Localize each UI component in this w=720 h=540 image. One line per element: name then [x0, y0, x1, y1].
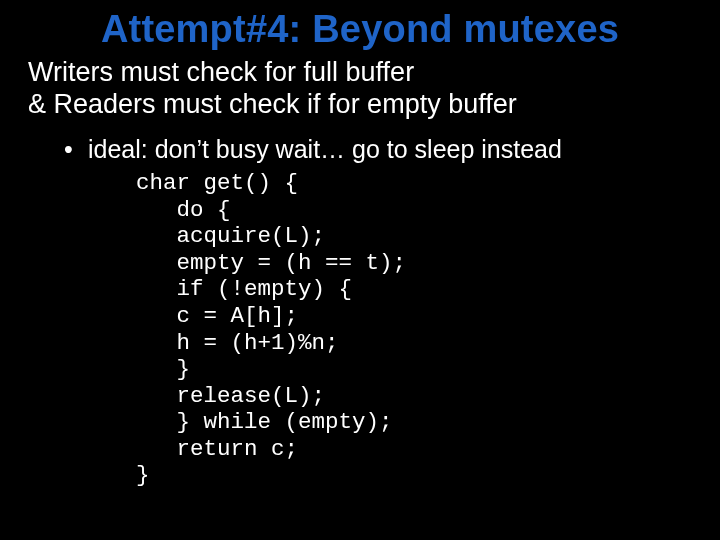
- body-line-2: & Readers must check if for empty buffer: [28, 89, 692, 121]
- bullet-ideal: ideal: don’t busy wait… go to sleep inst…: [28, 135, 692, 165]
- body-line-1: Writers must check for full buffer: [28, 57, 692, 89]
- code-block: char get() { do { acquire(L); empty = (h…: [28, 170, 692, 489]
- slide-body: Writers must check for full buffer & Rea…: [0, 51, 720, 489]
- slide-title: Attempt#4: Beyond mutexes: [0, 0, 720, 51]
- slide: Attempt#4: Beyond mutexes Writers must c…: [0, 0, 720, 540]
